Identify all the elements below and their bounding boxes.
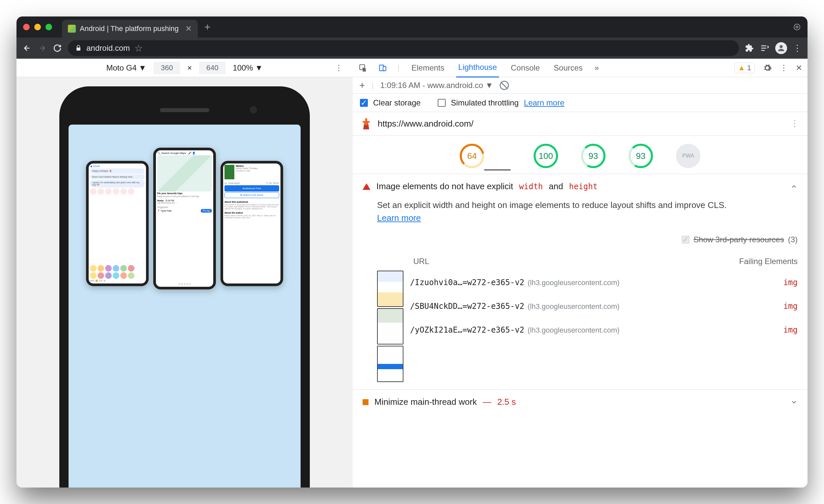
- phone-screen[interactable]: ◀ JOHN Happy holidays! 🎉 Wow! Can't beli…: [69, 125, 301, 488]
- svg-point-2: [780, 45, 783, 48]
- audit2-value: 2.5 s: [497, 397, 516, 407]
- minimize-window-button[interactable]: [34, 24, 41, 30]
- tab-console[interactable]: Console: [509, 59, 542, 77]
- clear-report-icon[interactable]: [500, 81, 509, 90]
- emulated-viewport: ◀ JOHN Happy holidays! 🎉 Wow! Can't beli…: [16, 77, 353, 488]
- clear-storage-label: Clear storage: [373, 98, 421, 107]
- clear-storage-checkbox[interactable]: ✓: [360, 99, 368, 107]
- row-host: (lh3.googleusercontent.com): [528, 302, 620, 310]
- score-pwa[interactable]: PWA: [676, 144, 700, 168]
- code-width: width: [519, 182, 543, 191]
- phone-camera: [250, 106, 257, 113]
- failing-elements-table: URL Failing Elements /Izuohvi: [377, 252, 798, 382]
- tab-elements[interactable]: Elements: [409, 59, 446, 77]
- row-host: (lh3.googleusercontent.com): [528, 326, 620, 334]
- zoom-value: 100%: [233, 63, 253, 73]
- row-url: /Izuohvi0a…=w272-e365-v2: [410, 278, 524, 287]
- profile-avatar[interactable]: [775, 42, 787, 54]
- code-height: height: [569, 182, 598, 191]
- tabstrip-menu-icon[interactable]: [793, 23, 801, 31]
- omnibox[interactable]: android.com ☆: [68, 40, 739, 56]
- table-row[interactable]: /SBU4NckDD…=w272-e365-v2(lh3.googleuserc…: [410, 294, 798, 318]
- bookmark-star-icon[interactable]: ☆: [134, 43, 143, 54]
- audit-title-and: and: [549, 181, 563, 192]
- phone-frame: ◀ JOHN Happy holidays! 🎉 Wow! Can't beli…: [59, 86, 310, 488]
- simulated-throttling-label: Simulated throttling: [451, 98, 518, 107]
- close-tab-icon[interactable]: ✕: [185, 24, 192, 33]
- browser-window: Android | The platform pushing ✕ + andro…: [16, 16, 808, 488]
- preview-card-messages: ◀ JOHN Happy holidays! 🎉 Wow! Can't beli…: [86, 161, 149, 286]
- tab-lighthouse[interactable]: Lighthouse: [456, 59, 499, 78]
- warnings-badge[interactable]: ▲1: [734, 63, 755, 73]
- warn-square-icon: [363, 399, 369, 405]
- devtools-pane: | Elements Lighthouse Console Sources » …: [353, 59, 808, 488]
- reading-list-icon[interactable]: [760, 43, 769, 53]
- report-selector[interactable]: 1:09:16 AM - www.android.co ▼: [380, 81, 493, 90]
- svg-point-1: [796, 26, 798, 28]
- more-tabs-icon[interactable]: »: [595, 63, 599, 73]
- lighthouse-toolbar: + | 1:09:16 AM - www.android.co ▼: [353, 77, 808, 94]
- device-toolbar: Moto G4 ▼ × 100% ▼ ⋮: [16, 59, 353, 77]
- score-performance[interactable]: 64: [460, 144, 484, 168]
- lock-icon: [75, 45, 82, 52]
- close-window-button[interactable]: [23, 24, 30, 30]
- audited-url-row: https://www.android.com/ ⋮: [353, 112, 808, 136]
- new-tab-button[interactable]: +: [204, 21, 211, 33]
- score-best-practices[interactable]: 93: [581, 144, 606, 168]
- url-text: android.com: [86, 43, 130, 53]
- maximize-window-button[interactable]: [45, 24, 52, 30]
- table-row[interactable]: /yOZkI21aE…=w272-e365-v2(lh3.googleuserc…: [410, 318, 798, 342]
- dimension-separator: ×: [187, 63, 192, 73]
- warning-triangle-icon: ▲: [738, 64, 745, 72]
- extensions-icon[interactable]: [745, 43, 754, 53]
- score-seo[interactable]: 93: [629, 144, 653, 168]
- browser-tab[interactable]: Android | The platform pushing ✕: [62, 20, 198, 37]
- row-url: /SBU4NckDD…=w272-e365-v2: [410, 302, 524, 311]
- audit-image-dimensions: Image elements do not have explicit widt…: [353, 174, 808, 389]
- preview-card-books: WaldenHenry David ThoreauNarrated by Mat…: [220, 161, 283, 286]
- device-toolbar-menu-icon[interactable]: ⋮: [335, 63, 343, 73]
- report-menu-icon[interactable]: ⋮: [790, 119, 799, 129]
- chevron-down-icon: ▼: [139, 63, 147, 73]
- chevron-down-icon[interactable]: [790, 399, 798, 406]
- row-element: img: [712, 277, 798, 288]
- simulated-throttling-checkbox[interactable]: [438, 99, 446, 107]
- audit-main-thread[interactable]: Minimize main-thread work — 2.5 s: [353, 389, 808, 414]
- audit-learn-more-link[interactable]: Learn more: [377, 213, 421, 223]
- audit2-title: Minimize main-thread work: [375, 397, 477, 407]
- preview-card-maps: 🔍 Search Google Maps 🎤 👤 Pin your favour…: [153, 148, 216, 289]
- score-accessibility[interactable]: 100: [534, 144, 558, 168]
- forward-button[interactable]: [37, 43, 47, 53]
- new-report-button[interactable]: +: [359, 80, 365, 91]
- audited-url: https://www.android.com/: [378, 119, 473, 129]
- settings-gear-icon[interactable]: [763, 63, 772, 73]
- chevron-up-icon[interactable]: [790, 183, 798, 190]
- lighthouse-options: ✓ Clear storage Simulated throttling Lea…: [353, 94, 808, 112]
- third-party-checkbox[interactable]: ✓: [682, 236, 690, 243]
- tab-title: Android | The platform pushing: [80, 24, 179, 33]
- width-input[interactable]: [153, 62, 180, 74]
- reload-button[interactable]: [53, 43, 62, 53]
- row-element: img: [712, 324, 798, 336]
- inspect-element-icon[interactable]: [358, 63, 368, 73]
- chrome-menu-icon[interactable]: ⋮: [793, 43, 802, 54]
- device-selector[interactable]: Moto G4 ▼: [106, 63, 147, 73]
- zoom-selector[interactable]: 100% ▼: [233, 63, 263, 73]
- row-host: (lh3.googleusercontent.com): [528, 279, 620, 287]
- learn-more-link[interactable]: Learn more: [524, 98, 564, 107]
- table-row[interactable]: /Izuohvi0a…=w272-e365-v2(lh3.googleuserc…: [410, 271, 798, 294]
- devtools-menu-icon[interactable]: ⋮: [780, 63, 788, 73]
- warnings-count: 1: [747, 64, 751, 72]
- tab-sources[interactable]: Sources: [552, 59, 585, 77]
- thumbnail-stack: [377, 271, 410, 382]
- titlebar: Android | The platform pushing ✕ +: [16, 16, 808, 37]
- back-button[interactable]: [22, 43, 32, 53]
- height-input[interactable]: [199, 62, 225, 74]
- chevron-down-icon: ▼: [255, 63, 263, 73]
- toggle-device-icon[interactable]: [378, 63, 388, 73]
- col-header-url: URL: [413, 256, 712, 267]
- table-header: URL Failing Elements: [377, 252, 798, 271]
- audit-body: Set an explicit width and height on imag…: [363, 192, 798, 382]
- close-devtools-icon[interactable]: ✕: [796, 63, 802, 73]
- audit-header[interactable]: Image elements do not have explicit widt…: [363, 181, 798, 192]
